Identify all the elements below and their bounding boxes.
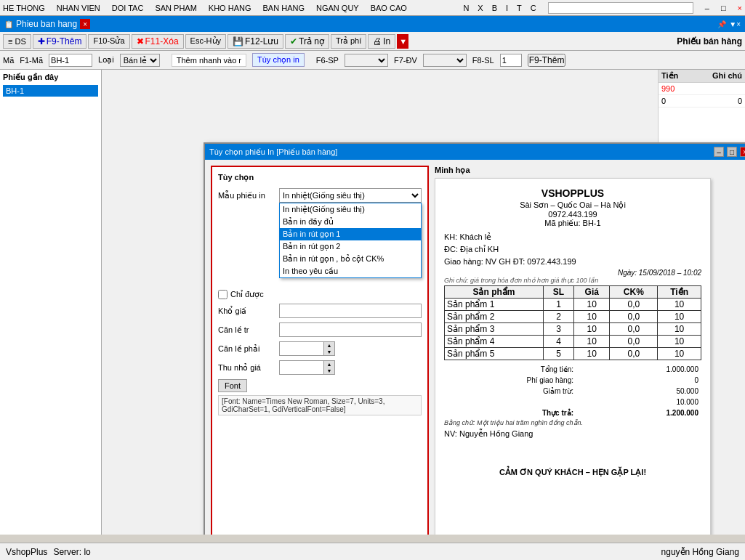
dialog-titlebar: Tùy chọn phiếu In [Phiếu bán hàng] – □ × xyxy=(205,144,745,160)
dropdown-item-2[interactable]: Bản in rút gọn 1 xyxy=(280,228,421,240)
phi-giao-hang-label: Phí giao hàng: xyxy=(454,376,575,385)
tien-value-1: 990 xyxy=(661,84,674,93)
delete-icon: ✖ xyxy=(137,36,144,46)
phi-giao-hang-row: Phí giao hàng: 0 xyxy=(446,376,700,385)
tra-no-button[interactable]: ✔ Trả nợ xyxy=(285,34,329,49)
can-le-phai-up[interactable]: ▲ xyxy=(324,342,334,349)
table-row: Sản phẩm 55100,010 xyxy=(445,348,701,360)
info-bar: Mã F1-Mã Loại Bán lẻ Thêm nhanh vào r Tù… xyxy=(0,51,745,70)
th-sl: SL xyxy=(543,286,573,299)
thu-nho-gia-input[interactable]: 100 xyxy=(280,361,323,374)
f7-dv-label: F7-ĐV xyxy=(394,56,417,65)
dropdown-item-1[interactable]: Bản in đầy đủ xyxy=(280,216,421,228)
menu-he-thong[interactable]: HE THONG xyxy=(3,4,45,12)
f10-sua-button[interactable]: F10-Sửa xyxy=(88,34,129,49)
status-bar: VshopPlus Server: lo nguyễn Hồng Giang xyxy=(0,543,745,560)
search-input[interactable] xyxy=(548,2,693,14)
dialog-maximize-button[interactable]: □ xyxy=(727,147,737,157)
pin-icon[interactable]: 📌 xyxy=(717,20,726,28)
dropdown-item-3[interactable]: Bản in rút gọn 2 xyxy=(280,240,421,253)
maximize-app-icon[interactable]: □ xyxy=(721,4,726,12)
menu-c[interactable]: C xyxy=(531,4,536,12)
dropdown-item-4[interactable]: Bản in rút gọn , bỏ cột CK% xyxy=(280,253,421,265)
add-icon: ✚ xyxy=(38,36,45,46)
dialog-controls: – □ × xyxy=(714,147,745,157)
dialog-close-button[interactable]: × xyxy=(740,147,745,157)
f7-dv-select[interactable] xyxy=(423,54,467,67)
can-le-phai-input[interactable]: 3 xyxy=(280,342,323,355)
preview-table: Sản phẩm SL Giá CK% Tiền Sản phẩm 11100,… xyxy=(444,285,701,360)
check-icon: ✔ xyxy=(290,36,297,46)
menu-nhan-vien[interactable]: NHAN VIEN xyxy=(57,4,100,12)
menu-bao-cao[interactable]: BAO CAO xyxy=(371,4,407,12)
f9-them-button[interactable]: ✚ F9-Thêm xyxy=(33,34,87,49)
loai-select[interactable]: Bán lẻ xyxy=(120,54,160,67)
window-close-button[interactable]: × xyxy=(80,19,90,29)
menu-i[interactable]: I xyxy=(506,4,508,12)
menu-doi-tac[interactable]: DOI TAC xyxy=(112,4,144,12)
menu-t[interactable]: T xyxy=(517,4,522,12)
font-info: [Font: Name=Times New Roman, Size=7, Uni… xyxy=(218,395,422,415)
invoice-date: Ngày: 15/09/2018 – 10:02 xyxy=(444,269,701,277)
menu-ngan-quy[interactable]: NGAN QUY xyxy=(316,4,359,12)
menu-n[interactable]: N xyxy=(463,4,469,12)
dialog-minimize-button[interactable]: – xyxy=(714,147,724,157)
menu-b[interactable]: B xyxy=(492,4,497,12)
in-dropdown-button[interactable]: ▼ xyxy=(397,34,408,49)
can-le-phai-arrows: ▲ ▼ xyxy=(323,342,334,355)
ghi-chu-col-header: Ghi chú xyxy=(712,71,742,81)
table-row: Sản phẩm 33100,010 xyxy=(445,323,701,336)
f11-xoa-button[interactable]: ✖ F11-Xóa xyxy=(132,34,184,49)
preview-title: Minh họa xyxy=(435,166,745,175)
window-titlebar: 📋 Phieu ban hang × 📌 ▼× xyxy=(0,16,745,32)
user-label: nguyễn Hồng Giang xyxy=(661,547,739,557)
f1-ma-label: F1-Mã xyxy=(20,56,43,65)
can-le-phai-down[interactable]: ▼ xyxy=(324,349,334,355)
toolbar: ≡ DS ✚ F9-Thêm F10-Sửa ✖ F11-Xóa Esc-Hủy… xyxy=(0,32,745,51)
menu-kho-hang[interactable]: KHO HANG xyxy=(209,4,251,12)
table-row: 0 0 xyxy=(659,95,745,107)
menu-ban-hang[interactable]: BAN HANG xyxy=(263,4,305,12)
ma-input[interactable] xyxy=(49,54,92,67)
menu-x[interactable]: X xyxy=(478,4,483,12)
ds-button[interactable]: ≡ DS xyxy=(3,34,31,49)
tra-phi-button[interactable]: Trả phí xyxy=(331,34,366,49)
table-row: Sản phẩm 44100,010 xyxy=(445,336,701,348)
customer-kh: KH: Khách lẻ xyxy=(444,232,701,242)
dropdown-item-0[interactable]: In nhiệt(Giống siêu thị) xyxy=(280,203,421,216)
can-le-phai-spinner: 3 ▲ ▼ xyxy=(279,341,335,356)
chi-duoc-checkbox[interactable] xyxy=(218,290,227,299)
esc-huy-button[interactable]: Esc-Hủy xyxy=(185,34,226,49)
f6-sp-select[interactable] xyxy=(345,54,388,67)
save-icon: 💾 xyxy=(233,36,243,46)
in-button[interactable]: 🖨 In xyxy=(368,34,395,49)
print-dialog: Tùy chọn phiếu In [Phiếu bán hàng] – □ ×… xyxy=(204,142,745,535)
close-app-icon[interactable]: × xyxy=(738,4,742,12)
dropdown-item-5[interactable]: In theo yêu cầu xyxy=(280,265,421,277)
italic-note: Bằng chữ: Một triệu hai trăm nghìn đồng … xyxy=(444,419,701,426)
invoice-code: Mã phiếu: BH-1 xyxy=(444,219,701,228)
tuychon-in-badge[interactable]: Tùy chọn in xyxy=(252,53,305,67)
can-le-trai-row: Căn lề tr xyxy=(218,322,422,337)
chi-duoc-label: Chỉ được xyxy=(230,290,264,299)
mau-phieu-select[interactable]: In nhiệt(Giống siêu thị) xyxy=(279,188,422,203)
extra-value: 10.000 xyxy=(576,397,700,407)
thu-nho-gia-down[interactable]: ▼ xyxy=(324,368,334,374)
thu-nho-gia-up[interactable]: ▲ xyxy=(324,361,334,368)
thank-you: CẢM ƠN QUÝ KHÁCH – HẸN GẶP LẠI! xyxy=(444,468,701,477)
nv-label: NV: Nguyễn Hồng Giang xyxy=(444,429,701,439)
kho-gia-input[interactable] xyxy=(279,304,422,318)
menu-san-pham[interactable]: SAN PHAM xyxy=(155,4,196,12)
giam-tru-value: 50.000 xyxy=(576,386,700,396)
can-le-trai-input[interactable] xyxy=(279,322,422,337)
tong-tien-label: Tổng tiền: xyxy=(454,365,575,374)
bg-table-header: Tiền Ghi chú xyxy=(659,70,745,83)
font-button[interactable]: Font xyxy=(218,379,247,392)
f12-luu-button[interactable]: 💾 F12-Lưu xyxy=(227,34,283,49)
preview-panel: Minh họa VSHOPPLUS Sài Sơn – Quốc Oai – … xyxy=(435,166,745,535)
sidebar-item-bh1[interactable]: BH-1 xyxy=(3,85,98,97)
f9-them-info-button[interactable]: F9-Thêm xyxy=(528,54,566,67)
th-ck: CK% xyxy=(610,286,658,299)
f8-sl-input[interactable] xyxy=(500,54,522,67)
minimize-app-icon[interactable]: – xyxy=(705,4,709,12)
